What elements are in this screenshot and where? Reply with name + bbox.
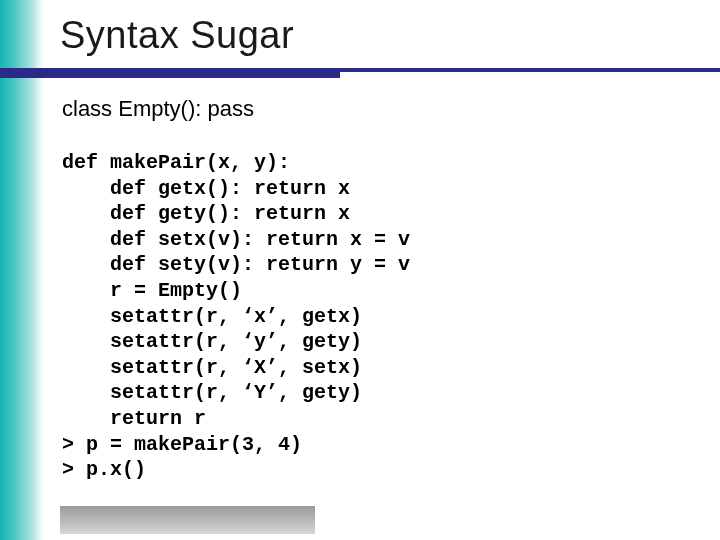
code-block: def makePair(x, y): def getx(): return x… <box>62 150 410 483</box>
slide: Syntax Sugar class Empty(): pass def mak… <box>0 0 720 540</box>
class-decl-line: class Empty(): pass <box>62 96 254 122</box>
slide-title: Syntax Sugar <box>60 14 294 57</box>
footer-shadow <box>60 506 315 534</box>
title-underline-thin <box>340 68 720 72</box>
title-underline-thick <box>0 68 340 78</box>
